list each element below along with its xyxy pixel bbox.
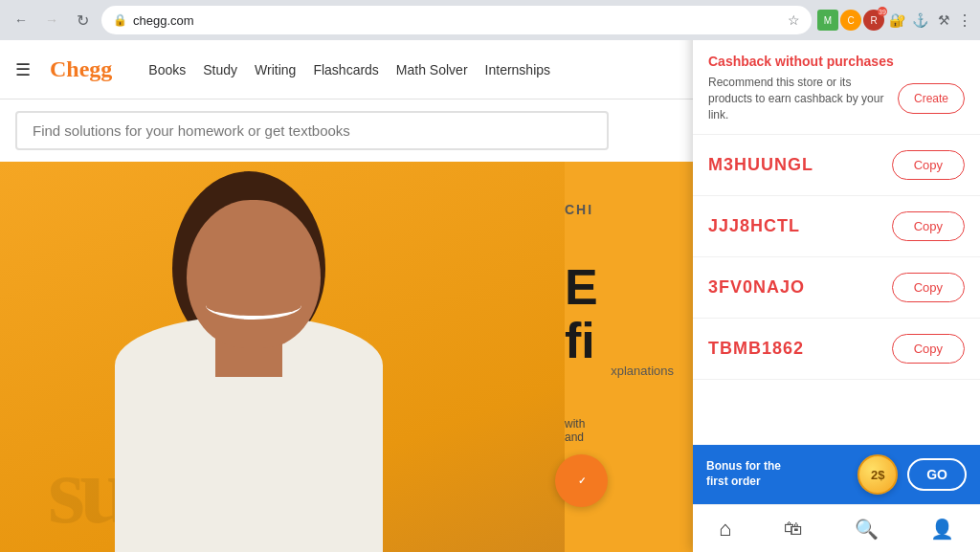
extension-overlay-panel: C ☰ chegg.com 🔔 ✕ Cashback without purch… <box>693 40 980 552</box>
website-content: ☰ Chegg Books Study Writing Flashcards M… <box>0 40 980 552</box>
person-face <box>187 200 321 348</box>
copy-button-3[interactable]: Copy <box>892 334 965 364</box>
reload-button[interactable]: ↻ <box>69 7 96 33</box>
coupon-code-2: 3FV0NAJO <box>708 277 805 298</box>
extension-icons: M C R 39 🔐 ⚓ <box>817 10 930 31</box>
hero-headline-fi: fi <box>565 316 598 365</box>
coupon-row-1: JJJ8HCTL Copy <box>693 196 980 257</box>
hero-person-area: super e <box>0 162 565 552</box>
lock-icon: 🔒 <box>113 13 127 27</box>
badge-text: ✓ <box>578 475 586 487</box>
bonus-go-button[interactable]: GO <box>907 458 967 491</box>
ext-icon-2[interactable]: C <box>840 10 861 31</box>
panel-content: Cashback without purchases Recommend thi… <box>693 40 980 504</box>
panel-bottom-nav: ⌂ 🛍 🔍 👤 <box>693 504 980 552</box>
cashback-description: Recommend this store or its products to … <box>708 75 888 122</box>
coupon-row-2: 3FV0NAJO Copy <box>693 257 980 319</box>
chegg-logo: Chegg <box>50 56 112 82</box>
bonus-coin: 2$ <box>858 454 898 495</box>
bonus-line1: Bonus for the <box>706 459 781 473</box>
back-button[interactable]: ← <box>8 7 34 33</box>
copy-button-0[interactable]: Copy <box>892 150 965 180</box>
hero-sub-text: with and <box>565 417 585 444</box>
search-input[interactable] <box>15 111 609 150</box>
bottom-nav-search-icon[interactable]: 🔍 <box>855 518 879 541</box>
forward-button[interactable]: → <box>38 7 65 33</box>
badge-circle: ✓ <box>555 454 608 507</box>
ext-icon-5[interactable]: ⚓ <box>909 10 930 31</box>
address-bar[interactable]: 🔒 chegg.com ☆ <box>101 6 812 34</box>
nav-link-books[interactable]: Books <box>148 58 186 81</box>
ext-icon-4[interactable]: 🔐 <box>886 10 907 31</box>
bonus-line2: first order <box>706 475 761 488</box>
browser-toolbar: ← → ↻ 🔒 chegg.com ☆ M C R 39 🔐 ⚓ ⚒ ⋮ <box>0 0 980 40</box>
hero-and-text: and <box>565 431 585 444</box>
cashback-title: Cashback without purchases <box>708 54 965 69</box>
coupon-code-1: JJJ8HCTL <box>708 216 800 236</box>
hero-headline-e: E <box>565 262 598 312</box>
ext-icon-1[interactable]: M <box>817 10 838 31</box>
nav-link-flashcards[interactable]: Flashcards <box>313 58 378 81</box>
coupon-row-0: M3HUUNGL Copy <box>693 135 980 196</box>
copy-button-2[interactable]: Copy <box>892 273 965 302</box>
bonus-bar: Bonus for the first order 2$ GO <box>693 445 980 504</box>
bottom-nav-profile-icon[interactable]: 👤 <box>930 518 954 541</box>
nav-buttons: ← → ↻ <box>8 7 96 33</box>
hero-text-area: E fi <box>565 262 598 365</box>
explanations-text: xplanations <box>611 364 674 378</box>
bookmark-icon[interactable]: ☆ <box>788 12 800 28</box>
ext-icon-3[interactable]: R 39 <box>863 10 884 31</box>
coupon-code-0: M3HUUNGL <box>708 155 813 175</box>
hero-badge: ✓ <box>555 454 608 507</box>
hamburger-menu-icon[interactable]: ☰ <box>15 59 31 80</box>
cashback-section: Cashback without purchases Recommend thi… <box>693 40 980 135</box>
coupon-list: M3HUUNGL Copy JJJ8HCTL Copy 3FV0NAJO Cop… <box>693 135 980 445</box>
cashback-row: Recommend this store or its products to … <box>708 75 965 122</box>
nav-link-study[interactable]: Study <box>203 58 237 81</box>
address-text: chegg.com <box>133 13 782 28</box>
copy-button-1[interactable]: Copy <box>892 211 965 241</box>
chi-text: CHI <box>565 202 593 217</box>
coupon-row-3: TBMB1862 Copy <box>693 319 980 380</box>
hero-with-text: with <box>565 417 585 431</box>
nav-link-math-solver[interactable]: Math Solver <box>396 58 468 81</box>
browser-menu-icon[interactable]: ⋮ <box>957 11 972 30</box>
bonus-coin-value: 2$ <box>871 468 884 482</box>
nav-links: Books Study Writing Flashcards Math Solv… <box>148 58 550 81</box>
bottom-nav-bag-icon[interactable]: 🛍 <box>784 518 803 540</box>
browser-actions: M C R 39 🔐 ⚓ ⚒ ⋮ <box>817 10 972 31</box>
browser-chrome: ← → ↻ 🔒 chegg.com ☆ M C R 39 🔐 ⚓ ⚒ ⋮ <box>0 0 980 40</box>
bonus-text: Bonus for the first order <box>706 459 848 489</box>
create-button[interactable]: Create <box>898 83 965 114</box>
extensions-puzzle-icon[interactable]: ⚒ <box>934 11 953 30</box>
nav-link-internships[interactable]: Internships <box>485 58 550 81</box>
person-smile <box>206 291 301 320</box>
hero-background: super e <box>0 162 565 552</box>
bottom-nav-home-icon[interactable]: ⌂ <box>719 517 731 541</box>
coupon-code-3: TBMB1862 <box>708 339 804 359</box>
nav-link-writing[interactable]: Writing <box>255 58 296 81</box>
